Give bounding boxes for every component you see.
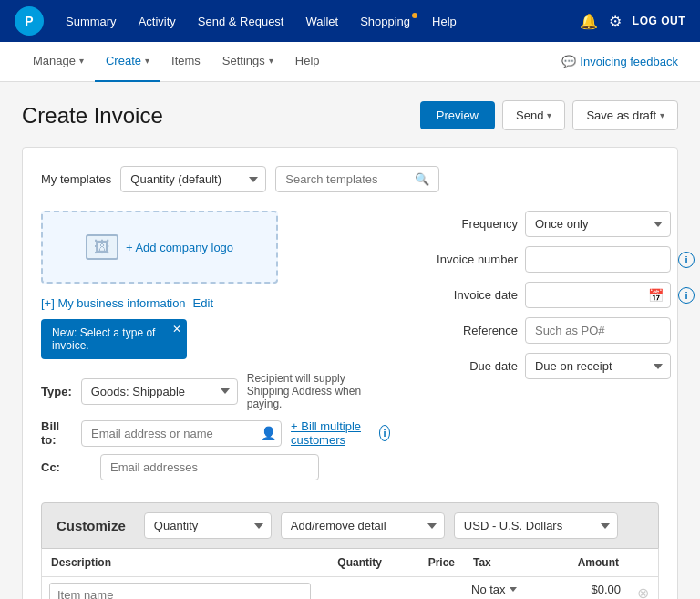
col-tax: Tax <box>464 549 555 577</box>
frequency-label: Frequency <box>417 217 518 231</box>
page-title: Create Invoice <box>22 103 163 129</box>
invoice-date-wrap: 11/11/2019 📅 <box>525 282 671 308</box>
invoice-date-row: Invoice date 11/11/2019 📅 i <box>417 282 695 308</box>
tax-cell: No tax <box>464 577 555 600</box>
preview-button[interactable]: Preview <box>420 101 495 129</box>
quantity-input[interactable]: 1 <box>329 583 384 599</box>
item-name-input[interactable] <box>49 583 311 599</box>
type-select[interactable]: Goods: ShippableGoods: Non-ShippableServ… <box>81 378 238 405</box>
col-quantity: Quantity <box>318 549 391 577</box>
invoice-date-label: Invoice date <box>417 288 518 302</box>
nav-shopping[interactable]: Shopping <box>353 15 417 28</box>
save-draft-button[interactable]: Save as draft ▾ <box>572 100 678 130</box>
business-info-row: [+] My business information Edit <box>41 296 390 310</box>
bill-to-label: Bill to: <box>41 419 72 447</box>
invoicing-feedback-link[interactable]: 💬 Invoicing feedback <box>561 55 678 68</box>
customize-bar: Customize QuantityAmountHours Add/remove… <box>41 502 659 549</box>
amount-cell: $0.00 <box>555 577 628 600</box>
col-actions <box>628 549 659 577</box>
tax-select[interactable]: No tax <box>471 583 519 596</box>
price-cell: 0.00 <box>391 577 464 600</box>
nav-summary[interactable]: Summary <box>58 15 124 28</box>
invoice-number-row: Invoice number 0001 i <box>417 246 695 273</box>
chevron-down-icon: ▾ <box>660 110 664 120</box>
reference-input[interactable] <box>525 317 671 344</box>
subnav-manage[interactable]: Manage ▾ <box>22 42 95 82</box>
form-two-col: 🖼 + Add company logo [+] My business inf… <box>41 211 659 488</box>
type-row: Type: Goods: ShippableGoods: Non-Shippab… <box>41 372 390 410</box>
cc-label: Cc: <box>41 460 91 474</box>
form-right: Frequency Once onlyWeeklyMonthly Invoice… <box>417 211 695 488</box>
page-title-row: Create Invoice Preview Send ▾ Save as dr… <box>22 100 678 130</box>
customize-label: Customize <box>57 518 126 533</box>
type-hint: Recipient will supply Shipping Address w… <box>247 372 390 410</box>
template-select[interactable]: Quantity (default)ServiceCustom <box>120 166 266 192</box>
subnav-settings[interactable]: Settings ▾ <box>211 42 284 82</box>
top-navigation: P Summary Activity Send & Request Wallet… <box>0 0 700 42</box>
nav-activity[interactable]: Activity <box>131 15 183 28</box>
chevron-down-icon: ▾ <box>547 110 551 120</box>
main-content: Create Invoice Preview Send ▾ Save as dr… <box>0 82 700 599</box>
logo-upload-area[interactable]: 🖼 + Add company logo <box>41 211 278 284</box>
quantity-cell: 1 <box>318 577 391 600</box>
frequency-select[interactable]: Once onlyWeeklyMonthly <box>525 211 671 237</box>
nav-wallet[interactable]: Wallet <box>298 15 345 28</box>
remove-cell: ⊗ <box>628 577 659 600</box>
subnav-items[interactable]: Items <box>160 42 211 82</box>
subnav-help[interactable]: Help <box>284 42 331 82</box>
invoice-table: Description Quantity Price Tax Amount <box>41 549 659 599</box>
add-logo-label: + Add company logo <box>126 241 233 254</box>
invoice-number-info-icon[interactable]: i <box>678 252 695 268</box>
image-placeholder-icon: 🖼 <box>86 234 118 260</box>
bill-to-info-icon[interactable]: i <box>379 425 390 441</box>
notifications-icon[interactable]: 🔔 <box>580 13 598 30</box>
due-date-select[interactable]: Due on receiptNet 15Net 30Custom <box>525 353 671 379</box>
col-price: Price <box>391 549 464 577</box>
chevron-down-icon: ▾ <box>79 56 84 66</box>
bill-to-input[interactable] <box>81 420 282 447</box>
chevron-down-icon: ▾ <box>145 56 149 66</box>
calendar-icon[interactable]: 📅 <box>648 288 664 303</box>
invoice-date-info-icon[interactable]: i <box>678 287 695 304</box>
bill-to-row: Bill to: 👤 + Bill multiple customers i <box>41 419 390 447</box>
expand-icon: [+] My business information <box>41 296 186 310</box>
subnav-create[interactable]: Create ▾ <box>95 42 160 82</box>
add-remove-detail-select[interactable]: Add/remove detail <box>281 512 445 539</box>
bill-multiple-link[interactable]: + Bill multiple customers <box>291 419 370 447</box>
sub-navigation: Manage ▾ Create ▾ Items Settings ▾ Help … <box>0 42 700 82</box>
settings-icon[interactable]: ⚙ <box>609 13 622 30</box>
search-template-wrap: 🔍 <box>275 166 439 192</box>
tooltip-close-button[interactable]: ✕ <box>172 323 181 336</box>
cc-input[interactable] <box>100 454 319 480</box>
top-nav-right: 🔔 ⚙ LOG OUT <box>580 13 685 30</box>
type-label: Type: <box>41 385 72 398</box>
paypal-logo[interactable]: P <box>15 6 44 36</box>
invoice-number-input[interactable]: 0001 <box>525 246 671 273</box>
due-date-label: Due date <box>417 359 518 373</box>
logout-button[interactable]: LOG OUT <box>633 15 685 27</box>
col-description: Description <box>42 549 319 577</box>
due-date-row: Due date Due on receiptNet 15Net 30Custo… <box>417 353 695 379</box>
person-icon: 👤 <box>261 426 276 440</box>
description-cell <box>42 577 319 600</box>
invoice-card: My templates Quantity (default)ServiceCu… <box>22 147 678 599</box>
nav-send-request[interactable]: Send & Request <box>190 15 292 28</box>
reference-label: Reference <box>417 324 518 337</box>
frequency-row: Frequency Once onlyWeeklyMonthly <box>417 211 695 237</box>
send-button[interactable]: Send ▾ <box>502 100 565 130</box>
bill-to-input-wrap: 👤 <box>81 420 282 447</box>
col-amount: Amount <box>555 549 628 577</box>
title-actions: Preview Send ▾ Save as draft ▾ <box>420 100 678 130</box>
chevron-down-icon: ▾ <box>269 56 273 66</box>
edit-biz-info-link[interactable]: Edit <box>193 296 213 310</box>
search-template-input[interactable] <box>285 172 409 186</box>
invoice-number-label: Invoice number <box>417 253 518 266</box>
quantity-select[interactable]: QuantityAmountHours <box>144 512 272 539</box>
currency-select[interactable]: USD - U.S. DollarsEUR - EuroGBP - Britis… <box>454 512 618 539</box>
nav-help[interactable]: Help <box>425 15 464 28</box>
templates-row: My templates Quantity (default)ServiceCu… <box>41 166 659 192</box>
templates-label: My templates <box>41 172 111 186</box>
remove-line-button[interactable]: ⊗ <box>635 583 651 599</box>
table-row: 1 0.00 No tax $0.00 ⊗ <box>42 577 659 600</box>
price-input[interactable]: 0.00 <box>402 583 457 599</box>
